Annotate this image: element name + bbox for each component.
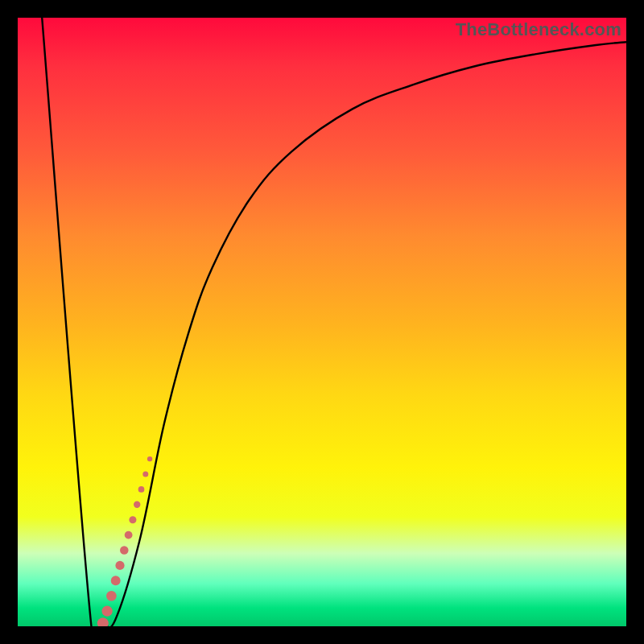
data-dot — [115, 561, 124, 570]
data-dot — [97, 617, 109, 626]
data-dot — [147, 456, 152, 461]
data-dot — [106, 591, 117, 601]
data-dot — [120, 546, 129, 555]
data-dot — [138, 486, 145, 493]
chart-frame: TheBottleneck.com — [0, 0, 644, 644]
curve-layer — [18, 18, 626, 626]
plot-area: TheBottleneck.com — [18, 18, 626, 626]
dot-group — [97, 456, 153, 626]
data-dot — [125, 531, 133, 539]
data-dot — [129, 516, 136, 523]
data-dot — [134, 502, 140, 508]
data-dot — [101, 605, 112, 616]
data-dot — [142, 472, 148, 477]
data-dot — [111, 576, 121, 585]
